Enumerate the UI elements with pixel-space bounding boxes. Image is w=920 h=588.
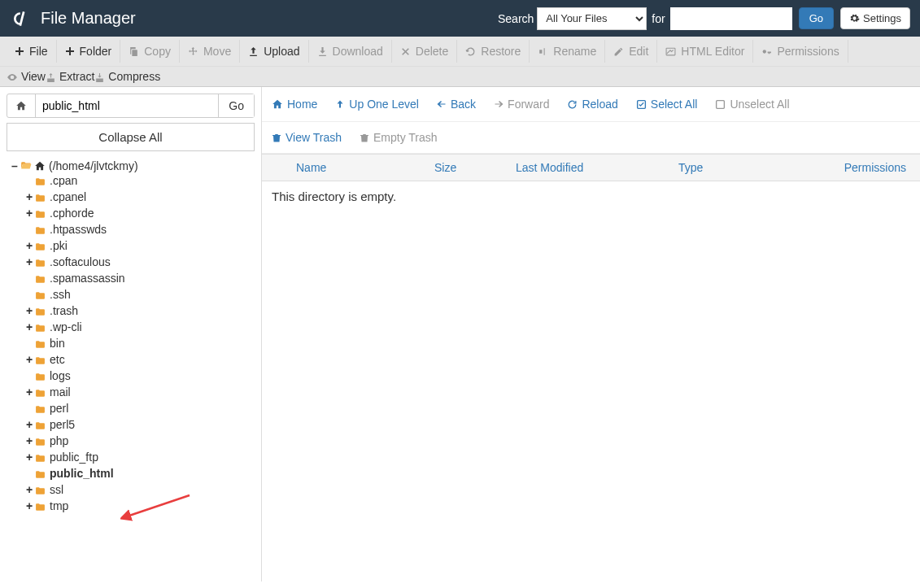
home-icon xyxy=(15,100,27,111)
column-last-modified[interactable]: Last Modified xyxy=(516,161,678,174)
expand-toggle-icon[interactable]: + xyxy=(24,385,34,399)
restore-button[interactable]: Restore xyxy=(457,40,530,63)
expand-toggle-icon[interactable]: + xyxy=(24,207,34,220)
location-input[interactable] xyxy=(36,94,218,117)
back-button[interactable]: Back xyxy=(437,95,476,113)
expand-toggle-icon[interactable]: + xyxy=(24,320,34,333)
tree-node-ssl[interactable]: +ssl xyxy=(24,483,255,496)
expand-toggle-icon[interactable]: + xyxy=(24,434,34,447)
column-type[interactable]: Type xyxy=(678,161,825,174)
tree-node--cphorde[interactable]: +.cphorde xyxy=(24,207,255,220)
tree-node-php[interactable]: +php xyxy=(24,434,255,447)
tree-node--softaculous[interactable]: +.softaculous xyxy=(24,255,255,268)
tree-node-etc[interactable]: +etc xyxy=(24,353,255,366)
column-permissions[interactable]: Permissions xyxy=(825,161,906,174)
extract-button[interactable]: Extract xyxy=(46,70,94,83)
tree-root-node[interactable]: – (/home4/jlvtckmy) xyxy=(10,159,255,172)
tree-node-mail[interactable]: +mail xyxy=(24,385,255,399)
reload-button[interactable]: Reload xyxy=(567,95,617,113)
new-file-button[interactable]: File xyxy=(7,40,57,63)
search-scope-select[interactable]: All Your Files xyxy=(537,7,647,30)
tree-node--wp-cli[interactable]: +.wp-cli xyxy=(24,320,255,333)
search-input[interactable] xyxy=(670,7,792,30)
delete-button[interactable]: Delete xyxy=(392,40,457,63)
new-folder-button[interactable]: Folder xyxy=(57,40,121,63)
view-button[interactable]: View xyxy=(7,70,46,83)
folder-icon xyxy=(34,369,46,382)
sidebar: Go Collapse All – (/home4/jlvtckmy) .cpa… xyxy=(0,87,262,581)
empty-trash-button[interactable]: Empty Trash xyxy=(360,128,438,146)
up-arrow-icon xyxy=(335,99,345,109)
check-square-icon xyxy=(636,99,647,110)
collapse-toggle-icon[interactable]: – xyxy=(10,159,20,172)
folder-tree: – (/home4/jlvtckmy) .cpan+.cpanel+.cphor… xyxy=(7,158,255,516)
svg-point-2 xyxy=(763,50,766,53)
main-area: Go Collapse All – (/home4/jlvtckmy) .cpa… xyxy=(0,87,920,581)
expand-toggle-icon[interactable]: + xyxy=(24,255,34,268)
tree-node--cpan[interactable]: .cpan xyxy=(24,174,255,187)
folder-icon xyxy=(34,190,46,203)
expand-toggle-icon[interactable]: + xyxy=(24,304,34,317)
view-trash-button[interactable]: View Trash xyxy=(272,128,342,146)
download-button[interactable]: Download xyxy=(309,40,392,63)
expand-toggle-icon[interactable]: + xyxy=(24,239,34,252)
tree-node--htpasswds[interactable]: .htpasswds xyxy=(24,223,255,236)
tree-node--cpanel[interactable]: +.cpanel xyxy=(24,190,255,203)
copy-icon xyxy=(129,46,139,57)
upload-icon xyxy=(248,46,259,57)
delete-icon xyxy=(400,46,411,57)
tree-node-perl[interactable]: perl xyxy=(24,402,255,415)
up-one-level-button[interactable]: Up One Level xyxy=(335,95,419,113)
expand-toggle-icon[interactable]: + xyxy=(24,353,34,366)
tree-node-label: public_html xyxy=(50,467,114,480)
folder-icon xyxy=(34,418,46,431)
tree-node-public-ftp[interactable]: +public_ftp xyxy=(24,451,255,464)
unselect-all-button[interactable]: Unselect All xyxy=(715,95,789,113)
tree-node-label: .cpanel xyxy=(50,190,86,203)
search-go-button[interactable]: Go xyxy=(799,7,834,29)
expand-toggle-icon[interactable]: + xyxy=(24,190,34,203)
column-name[interactable]: Name xyxy=(272,161,434,174)
column-size[interactable]: Size xyxy=(434,161,516,174)
compress-icon xyxy=(94,72,105,83)
tree-node-label: public_ftp xyxy=(50,451,98,464)
copy-button[interactable]: Copy xyxy=(120,40,180,63)
html-editor-icon xyxy=(665,46,676,57)
tree-node--trash[interactable]: +.trash xyxy=(24,304,255,317)
tree-node-logs[interactable]: logs xyxy=(24,369,255,382)
empty-directory-message: This directory is empty. xyxy=(262,181,920,211)
folder-icon xyxy=(34,337,46,350)
tree-node-perl5[interactable]: +perl5 xyxy=(24,418,255,431)
expand-toggle-icon[interactable]: + xyxy=(24,499,34,512)
folder-icon xyxy=(34,223,46,236)
location-home-button[interactable] xyxy=(7,94,36,117)
permissions-button[interactable]: Permissions xyxy=(753,40,848,63)
eye-icon xyxy=(7,72,18,83)
home-button[interactable]: Home xyxy=(272,95,317,113)
tree-node-public-html[interactable]: public_html xyxy=(24,467,255,480)
folder-icon xyxy=(34,385,46,399)
tree-node--pki[interactable]: +.pki xyxy=(24,239,255,252)
forward-button[interactable]: Forward xyxy=(494,95,549,113)
arrow-right-icon xyxy=(494,99,504,109)
settings-button[interactable]: Settings xyxy=(840,7,910,29)
edit-button[interactable]: Edit xyxy=(605,40,657,63)
upload-button[interactable]: Upload xyxy=(240,40,308,63)
folder-icon xyxy=(34,451,46,464)
tree-node-label: bin xyxy=(50,337,65,350)
expand-toggle-icon[interactable]: + xyxy=(24,418,34,431)
tree-node-bin[interactable]: bin xyxy=(24,337,255,350)
collapse-all-button[interactable]: Collapse All xyxy=(7,123,255,151)
rename-button[interactable]: Rename xyxy=(530,40,605,63)
tree-node-tmp[interactable]: +tmp xyxy=(24,499,255,512)
tree-node--spamassassin[interactable]: .spamassassin xyxy=(24,272,255,285)
move-button[interactable]: Move xyxy=(180,40,240,63)
location-go-button[interactable]: Go xyxy=(218,94,254,117)
expand-toggle-icon[interactable]: + xyxy=(24,451,34,464)
expand-toggle-icon[interactable]: + xyxy=(24,483,34,496)
tree-node--ssh[interactable]: .ssh xyxy=(24,288,255,301)
svg-rect-1 xyxy=(666,48,675,55)
select-all-button[interactable]: Select All xyxy=(636,95,698,113)
compress-button[interactable]: Compress xyxy=(94,70,160,83)
html-editor-button[interactable]: HTML Editor xyxy=(657,40,753,63)
